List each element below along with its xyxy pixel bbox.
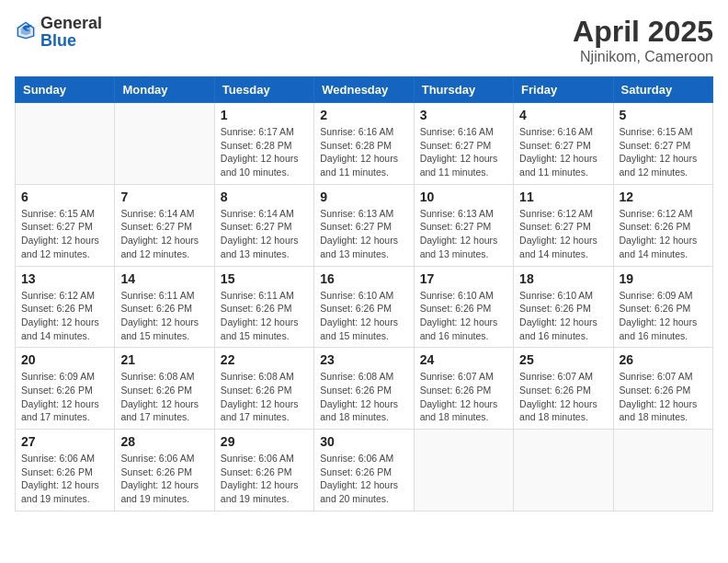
day-info: Sunrise: 6:08 AM Sunset: 6:26 PM Dayligh… — [320, 370, 407, 424]
day-number: 6 — [21, 190, 108, 204]
logo-icon — [15, 19, 37, 41]
calendar-cell: 20Sunrise: 6:09 AM Sunset: 6:26 PM Dayli… — [16, 348, 115, 430]
day-info: Sunrise: 6:09 AM Sunset: 6:26 PM Dayligh… — [21, 370, 108, 424]
location: Njinikom, Cameroon — [573, 49, 713, 65]
day-number: 19 — [620, 271, 707, 286]
calendar-cell: 7Sunrise: 6:14 AM Sunset: 6:27 PM Daylig… — [115, 184, 214, 266]
calendar-cell: 27Sunrise: 6:06 AM Sunset: 6:26 PM Dayli… — [16, 430, 115, 511]
day-number: 15 — [221, 271, 308, 286]
day-info: Sunrise: 6:12 AM Sunset: 6:26 PM Dayligh… — [21, 289, 108, 343]
day-number: 13 — [21, 271, 108, 286]
calendar-week-row: 27Sunrise: 6:06 AM Sunset: 6:26 PM Dayli… — [16, 430, 713, 511]
calendar-cell: 8Sunrise: 6:14 AM Sunset: 6:27 PM Daylig… — [214, 184, 313, 266]
calendar-week-row: 20Sunrise: 6:09 AM Sunset: 6:26 PM Dayli… — [16, 348, 713, 430]
day-of-week-header: Tuesday — [214, 77, 313, 103]
calendar-cell: 19Sunrise: 6:09 AM Sunset: 6:26 PM Dayli… — [613, 266, 712, 348]
day-info: Sunrise: 6:06 AM Sunset: 6:26 PM Dayligh… — [120, 452, 208, 506]
calendar-cell: 12Sunrise: 6:12 AM Sunset: 6:26 PM Dayli… — [613, 184, 712, 266]
calendar-header-row: SundayMondayTuesdayWednesdayThursdayFrid… — [16, 77, 713, 103]
day-info: Sunrise: 6:15 AM Sunset: 6:27 PM Dayligh… — [620, 125, 707, 179]
calendar-cell: 24Sunrise: 6:07 AM Sunset: 6:26 PM Dayli… — [414, 348, 513, 430]
day-number: 7 — [120, 190, 208, 204]
calendar-cell: 4Sunrise: 6:16 AM Sunset: 6:27 PM Daylig… — [514, 103, 613, 185]
month-year: April 2025 — [573, 15, 713, 49]
calendar-cell: 21Sunrise: 6:08 AM Sunset: 6:26 PM Dayli… — [115, 348, 214, 430]
day-of-week-header: Thursday — [414, 77, 513, 103]
calendar-cell: 15Sunrise: 6:11 AM Sunset: 6:26 PM Dayli… — [214, 266, 313, 348]
calendar-table: SundayMondayTuesdayWednesdayThursdayFrid… — [15, 76, 713, 511]
logo-general-text: General — [40, 15, 102, 32]
calendar-cell — [613, 430, 712, 511]
calendar-cell: 29Sunrise: 6:06 AM Sunset: 6:26 PM Dayli… — [214, 430, 313, 511]
day-info: Sunrise: 6:14 AM Sunset: 6:27 PM Dayligh… — [221, 207, 308, 261]
calendar-cell: 18Sunrise: 6:10 AM Sunset: 6:26 PM Dayli… — [514, 266, 613, 348]
calendar-cell: 11Sunrise: 6:12 AM Sunset: 6:27 PM Dayli… — [514, 184, 613, 266]
day-info: Sunrise: 6:07 AM Sunset: 6:26 PM Dayligh… — [420, 370, 507, 424]
calendar-cell — [115, 103, 214, 185]
calendar-cell: 3Sunrise: 6:16 AM Sunset: 6:27 PM Daylig… — [414, 103, 513, 185]
day-info: Sunrise: 6:06 AM Sunset: 6:26 PM Dayligh… — [221, 452, 308, 506]
day-number: 24 — [420, 352, 507, 367]
calendar-cell: 23Sunrise: 6:08 AM Sunset: 6:26 PM Dayli… — [314, 348, 414, 430]
day-number: 1 — [221, 108, 308, 122]
day-number: 9 — [320, 190, 407, 204]
day-number: 25 — [519, 352, 607, 367]
calendar-cell: 26Sunrise: 6:07 AM Sunset: 6:26 PM Dayli… — [613, 348, 712, 430]
day-number: 20 — [21, 352, 108, 367]
day-info: Sunrise: 6:16 AM Sunset: 6:27 PM Dayligh… — [519, 125, 607, 179]
day-number: 27 — [21, 434, 108, 449]
calendar-cell: 6Sunrise: 6:15 AM Sunset: 6:27 PM Daylig… — [16, 184, 115, 266]
day-info: Sunrise: 6:17 AM Sunset: 6:28 PM Dayligh… — [221, 125, 308, 179]
day-of-week-header: Saturday — [613, 77, 712, 103]
day-info: Sunrise: 6:12 AM Sunset: 6:27 PM Dayligh… — [519, 207, 607, 261]
calendar-cell: 14Sunrise: 6:11 AM Sunset: 6:26 PM Dayli… — [115, 266, 214, 348]
logo: General Blue — [15, 15, 102, 50]
calendar-week-row: 1Sunrise: 6:17 AM Sunset: 6:28 PM Daylig… — [16, 103, 713, 185]
day-number: 18 — [519, 271, 607, 286]
day-number: 5 — [620, 108, 707, 122]
day-info: Sunrise: 6:16 AM Sunset: 6:27 PM Dayligh… — [420, 125, 507, 179]
calendar-week-row: 6Sunrise: 6:15 AM Sunset: 6:27 PM Daylig… — [16, 184, 713, 266]
day-number: 14 — [120, 271, 208, 286]
title-section: April 2025 Njinikom, Cameroon — [573, 15, 713, 65]
day-number: 29 — [221, 434, 308, 449]
calendar-cell — [414, 430, 513, 511]
day-info: Sunrise: 6:06 AM Sunset: 6:26 PM Dayligh… — [320, 452, 407, 506]
day-number: 2 — [320, 108, 407, 122]
day-number: 26 — [620, 352, 707, 367]
calendar-cell — [16, 103, 115, 185]
calendar-cell: 22Sunrise: 6:08 AM Sunset: 6:26 PM Dayli… — [214, 348, 313, 430]
day-number: 21 — [120, 352, 208, 367]
page-header: General Blue April 2025 Njinikom, Camero… — [15, 15, 713, 65]
calendar-week-row: 13Sunrise: 6:12 AM Sunset: 6:26 PM Dayli… — [16, 266, 713, 348]
calendar-cell: 28Sunrise: 6:06 AM Sunset: 6:26 PM Dayli… — [115, 430, 214, 511]
calendar-cell: 17Sunrise: 6:10 AM Sunset: 6:26 PM Dayli… — [414, 266, 513, 348]
day-number: 23 — [320, 352, 407, 367]
day-info: Sunrise: 6:07 AM Sunset: 6:26 PM Dayligh… — [519, 370, 607, 424]
day-number: 30 — [320, 434, 407, 449]
day-info: Sunrise: 6:15 AM Sunset: 6:27 PM Dayligh… — [21, 207, 108, 261]
calendar-cell — [514, 430, 613, 511]
day-info: Sunrise: 6:12 AM Sunset: 6:26 PM Dayligh… — [620, 207, 707, 261]
calendar-cell: 13Sunrise: 6:12 AM Sunset: 6:26 PM Dayli… — [16, 266, 115, 348]
day-info: Sunrise: 6:11 AM Sunset: 6:26 PM Dayligh… — [120, 289, 208, 343]
day-of-week-header: Friday — [514, 77, 613, 103]
day-number: 16 — [320, 271, 407, 286]
day-info: Sunrise: 6:08 AM Sunset: 6:26 PM Dayligh… — [120, 370, 208, 424]
logo-blue-text: Blue — [40, 32, 102, 50]
day-number: 17 — [420, 271, 507, 286]
day-number: 22 — [221, 352, 308, 367]
day-number: 12 — [620, 190, 707, 204]
calendar-cell: 25Sunrise: 6:07 AM Sunset: 6:26 PM Dayli… — [514, 348, 613, 430]
day-of-week-header: Wednesday — [314, 77, 414, 103]
calendar-cell: 30Sunrise: 6:06 AM Sunset: 6:26 PM Dayli… — [314, 430, 414, 511]
calendar-cell: 1Sunrise: 6:17 AM Sunset: 6:28 PM Daylig… — [214, 103, 313, 185]
day-info: Sunrise: 6:13 AM Sunset: 6:27 PM Dayligh… — [420, 207, 507, 261]
day-info: Sunrise: 6:08 AM Sunset: 6:26 PM Dayligh… — [221, 370, 308, 424]
day-info: Sunrise: 6:07 AM Sunset: 6:26 PM Dayligh… — [620, 370, 707, 424]
calendar-cell: 5Sunrise: 6:15 AM Sunset: 6:27 PM Daylig… — [613, 103, 712, 185]
day-info: Sunrise: 6:06 AM Sunset: 6:26 PM Dayligh… — [21, 452, 108, 506]
day-of-week-header: Monday — [115, 77, 214, 103]
day-info: Sunrise: 6:11 AM Sunset: 6:26 PM Dayligh… — [221, 289, 308, 343]
day-info: Sunrise: 6:09 AM Sunset: 6:26 PM Dayligh… — [620, 289, 707, 343]
